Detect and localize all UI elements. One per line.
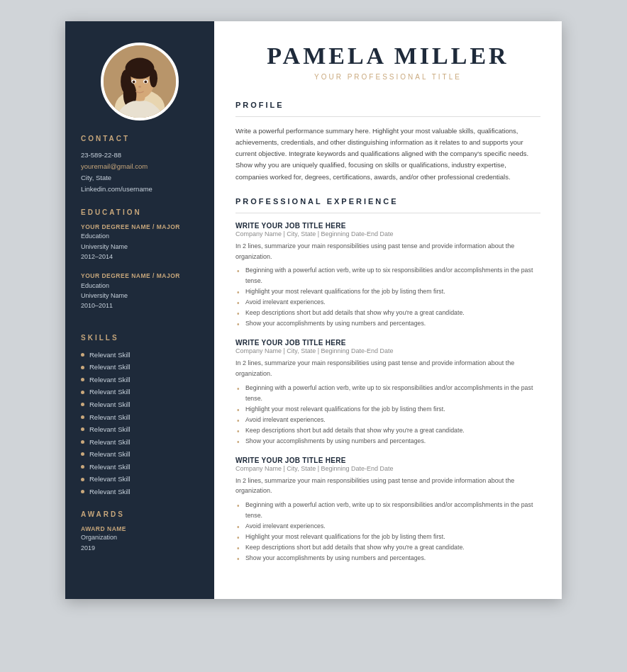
skill-item: Relevant Skill [81, 411, 199, 424]
skill-dot [81, 440, 84, 444]
contact-section: CONTACT 23-589-22-88 youremail@gmail.com… [65, 135, 214, 196]
job-desc-2: In 2 lines, summarize your main responsi… [235, 358, 540, 379]
job-bullets-3: Beginning with a powerful action verb, w… [235, 500, 540, 564]
profile-text: Write a powerful performance summary her… [235, 125, 540, 183]
svg-point-6 [150, 69, 157, 87]
sidebar: CONTACT 23-589-22-88 youremail@gmail.com… [65, 21, 214, 599]
job-bullet: Beginning with a powerful action verb, w… [235, 383, 540, 404]
job-bullets-2: Beginning with a powerful action verb, w… [235, 383, 540, 447]
job-title-1: WRITE YOUR JOB TITLE HERE [235, 222, 540, 230]
skill-dot [81, 452, 84, 456]
job-company-3: Company Name | City, State | Beginning D… [235, 465, 540, 472]
contact-phone: 23-589-22-88 [81, 150, 199, 161]
skills-section: SKILLS Relevant SkillRelevant SkillRelev… [65, 334, 214, 498]
main-content: PAMELA MILLER YOUR PROFESSIONAL TITLE PR… [214, 21, 562, 599]
skill-dot [81, 366, 84, 369]
contact-heading: CONTACT [81, 135, 199, 142]
name-title-block: PAMELA MILLER YOUR PROFESSIONAL TITLE [235, 43, 540, 81]
skill-label: Relevant Skill [89, 411, 131, 424]
skill-item: Relevant Skill [81, 349, 199, 362]
profile-section: PROFILE Write a powerful performance sum… [235, 101, 540, 183]
resume-document: CONTACT 23-589-22-88 youremail@gmail.com… [65, 21, 562, 599]
skill-label: Relevant Skill [89, 374, 131, 386]
edu-degree-1: YOUR DEGREE NAME / MAJOR [81, 223, 199, 232]
skill-item: Relevant Skill [81, 398, 199, 411]
job-bullet: Beginning with a powerful action verb, w… [235, 265, 540, 286]
svg-point-10 [133, 81, 135, 84]
job-bullet: Show your accomplishments by using numbe… [235, 318, 540, 329]
resume-professional-title: YOUR PROFESSIONAL TITLE [235, 73, 540, 81]
awards-section: AWARDS AWARD NAME Organization 2019 [65, 510, 214, 557]
job-title-3: WRITE YOUR JOB TITLE HERE [235, 457, 540, 464]
job-bullet: Highlight your most relevant qualificati… [235, 286, 540, 297]
skill-dot [81, 378, 84, 381]
job-bullet: Keep descriptions short but add details … [235, 542, 540, 553]
skill-item: Relevant Skill [81, 461, 199, 474]
svg-point-11 [144, 81, 147, 84]
jobs-list: WRITE YOUR JOB TITLE HERE Company Name |… [235, 222, 540, 564]
job-desc-3: In 2 lines, summarize your main responsi… [235, 476, 540, 497]
job-bullets-1: Beginning with a powerful action verb, w… [235, 265, 540, 329]
skill-label: Relevant Skill [89, 398, 131, 411]
job-bullet: Show your accomplishments by using numbe… [235, 553, 540, 564]
skill-item: Relevant Skill [81, 448, 199, 461]
job-title-2: WRITE YOUR JOB TITLE HERE [235, 339, 540, 347]
skill-label: Relevant Skill [89, 361, 131, 374]
skill-item: Relevant Skill [81, 386, 199, 398]
skill-dot [81, 391, 84, 394]
job-bullet: Keep descriptions short but add details … [235, 425, 540, 436]
skill-item: Relevant Skill [81, 374, 199, 386]
avatar [101, 43, 179, 121]
skill-dot [81, 465, 84, 469]
job-bullet: Highlight your most relevant qualificati… [235, 532, 540, 542]
edu-years-2: 2010–2011 [81, 301, 199, 310]
skill-label: Relevant Skill [89, 349, 131, 362]
skill-item: Relevant Skill [81, 436, 199, 449]
edu-university-1: University Name [81, 242, 199, 252]
job-bullet: Avoid irrelevant experiences. [235, 415, 540, 425]
svg-point-12 [138, 86, 141, 88]
experience-section: PROFESSIONAL EXPERIENCE WRITE YOUR JOB T… [235, 197, 540, 564]
skills-list: Relevant SkillRelevant SkillRelevant Ski… [81, 349, 199, 498]
skill-label: Relevant Skill [89, 473, 131, 486]
edu-sub1-1: Education [81, 231, 199, 241]
experience-heading: PROFESSIONAL EXPERIENCE [235, 197, 540, 206]
job-bullet: Avoid irrelevant experiences. [235, 297, 540, 308]
skill-dot [81, 415, 84, 419]
skill-label: Relevant Skill [89, 448, 131, 461]
profile-divider [235, 116, 540, 117]
award-org-1: Organization [81, 532, 199, 542]
job-bullet: Show your accomplishments by using numbe… [235, 436, 540, 447]
edu-university-2: University Name [81, 291, 199, 301]
resume-name: PAMELA MILLER [235, 43, 540, 69]
skill-item: Relevant Skill [81, 473, 199, 486]
job-bullet: Keep descriptions short but add details … [235, 308, 540, 318]
job-company-1: Company Name | City, State | Beginning D… [235, 230, 540, 237]
award-entry-1: AWARD NAME Organization 2019 [81, 525, 199, 553]
skills-heading: SKILLS [81, 334, 199, 342]
skill-item: Relevant Skill [81, 361, 199, 374]
edu-degree-2: YOUR DEGREE NAME / MAJOR [81, 272, 199, 281]
job-bullet: Avoid irrelevant experiences. [235, 521, 540, 532]
skill-dot [81, 353, 84, 357]
skill-label: Relevant Skill [89, 436, 131, 449]
education-section: EDUCATION YOUR DEGREE NAME / MAJOR Educa… [65, 208, 214, 321]
edu-sub1-2: Education [81, 281, 199, 291]
contact-address: City, State [81, 172, 199, 184]
profile-heading: PROFILE [235, 101, 540, 109]
job-entry-2: WRITE YOUR JOB TITLE HERE Company Name |… [235, 339, 540, 446]
skill-label: Relevant Skill [89, 486, 131, 498]
job-entry-1: WRITE YOUR JOB TITLE HERE Company Name |… [235, 222, 540, 329]
contact-email: youremail@gmail.com [81, 161, 199, 172]
edu-years-1: 2012–2014 [81, 252, 199, 262]
job-bullet: Highlight your most relevant qualificati… [235, 404, 540, 415]
skill-dot [81, 478, 84, 481]
experience-divider [235, 213, 540, 213]
education-heading: EDUCATION [81, 208, 199, 216]
skill-dot [81, 427, 84, 431]
contact-linkedin: Linkedin.com/username [81, 184, 199, 195]
edu-entry-2: YOUR DEGREE NAME / MAJOR Education Unive… [81, 272, 199, 311]
skill-item: Relevant Skill [81, 423, 199, 436]
award-year-1: 2019 [81, 543, 199, 553]
job-bullet: Beginning with a powerful action verb, w… [235, 500, 540, 521]
